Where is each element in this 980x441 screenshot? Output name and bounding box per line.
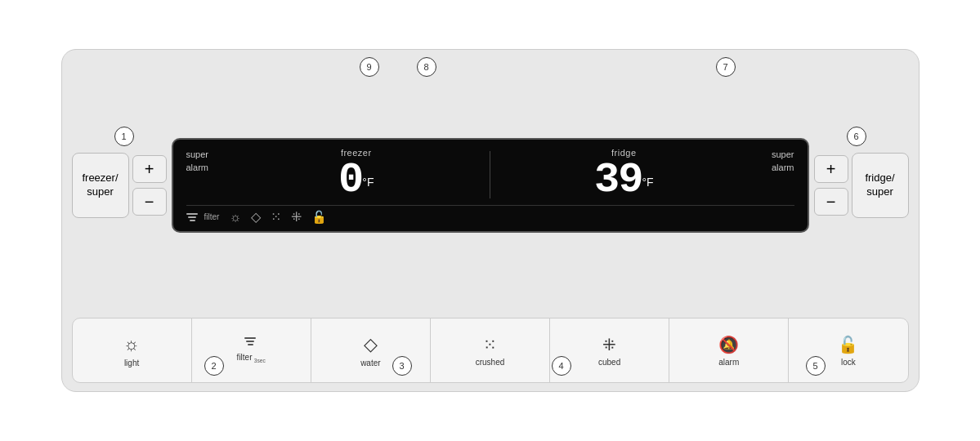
water-button[interactable]: ◇ water — [311, 318, 431, 382]
callout-3: 3 — [392, 356, 412, 376]
display-water-group: ◇ — [251, 209, 261, 225]
display-cubed-group: ⁜ — [291, 209, 302, 225]
fridge-minus-button[interactable]: − — [814, 188, 848, 216]
display-crushed-group: ⁙ — [271, 209, 281, 225]
callout-4: 4 — [552, 356, 571, 376]
control-panel: freezer/super + − super alar — [61, 49, 920, 392]
display-freezer-section: freezer 0°F — [231, 148, 482, 202]
display-top: super alarm freezer 0°F fridge — [186, 148, 794, 202]
display-water-icon: ◇ — [251, 209, 261, 225]
callout-5: 5 — [806, 356, 826, 376]
display-lock-group: 🔓 — [311, 210, 327, 225]
fridge-temp-display: 39°F — [594, 159, 654, 202]
crushed-label: crushed — [476, 358, 505, 367]
display-crushed-icon: ⁙ — [271, 209, 281, 225]
fridge-super-button[interactable]: fridge/super — [852, 153, 909, 218]
lock-button[interactable]: 🔓 lock — [789, 318, 907, 382]
display-cubed-icon: ⁜ — [291, 209, 302, 225]
freezer-super-button[interactable]: freezer/super — [72, 153, 129, 218]
top-panel: freezer/super + − super alar — [72, 60, 909, 311]
light-label: light — [124, 359, 139, 368]
callout-1: 1 — [114, 127, 134, 146]
filter-icon-bottom — [244, 337, 257, 345]
freezer-temp-value: 0 — [338, 156, 362, 204]
lock-label: lock — [841, 358, 856, 367]
light-button[interactable]: ☼ light — [73, 318, 192, 382]
alarm-button[interactable]: 🔕 alarm — [669, 318, 789, 382]
water-label: water — [360, 359, 380, 368]
crushed-icon: ⁙ — [483, 335, 497, 354]
freezer-temp-display: 0°F — [338, 159, 374, 202]
callout-6: 6 — [847, 127, 866, 146]
water-icon: ◇ — [364, 334, 378, 355]
display-light-icon: ☼ — [229, 210, 241, 225]
fridge-plus-minus: + − — [814, 155, 848, 216]
freezer-plus-button[interactable]: + — [132, 155, 167, 183]
display-bottom-icons: filter ☼ ◇ ⁙ ⁜ 🔓 — [186, 205, 794, 225]
bottom-panel: ☼ light filter 3sec ◇ wat — [72, 318, 909, 383]
freezer-plus-minus: + − — [132, 155, 167, 216]
display-fridge-section: fridge 39°F — [499, 148, 750, 202]
fridge-plus-button[interactable]: + — [814, 155, 848, 183]
filter-sub-label: 3sec — [253, 354, 266, 362]
alarm-label: alarm — [718, 358, 739, 367]
display-lock-icon: 🔓 — [311, 210, 327, 225]
freezer-temp-unit: °F — [362, 176, 374, 189]
callout-2: 2 — [204, 356, 224, 376]
display-filter-group: filter — [186, 212, 220, 221]
fridge-temp-value: 39 — [594, 156, 642, 204]
display-light-group: ☼ — [229, 210, 241, 225]
light-icon: ☼ — [123, 334, 140, 355]
filter-icon-display — [186, 213, 198, 221]
right-side-group: + − fridge/super — [814, 153, 909, 218]
callout-7: 7 — [716, 57, 736, 77]
display-divider — [490, 151, 490, 198]
callout-9: 9 — [360, 57, 379, 77]
left-side-group: freezer/super + − — [72, 153, 167, 218]
freezer-minus-button[interactable]: − — [132, 188, 167, 216]
cubed-label: cubed — [598, 358, 620, 367]
main-display: super alarm freezer 0°F fridge — [172, 138, 809, 233]
callout-8: 8 — [417, 57, 436, 77]
display-filter-label: filter — [204, 212, 220, 221]
fridge-temp-unit: °F — [642, 176, 653, 189]
filter-label: filter — [237, 353, 253, 362]
crushed-button[interactable]: ⁙ crushed — [431, 318, 550, 382]
alarm-icon: 🔕 — [718, 335, 739, 354]
display-right-labels: super alarm — [750, 148, 794, 172]
lock-icon: 🔓 — [838, 335, 858, 354]
cubed-icon: ⁜ — [602, 335, 616, 354]
display-left-labels: super alarm — [186, 148, 231, 172]
